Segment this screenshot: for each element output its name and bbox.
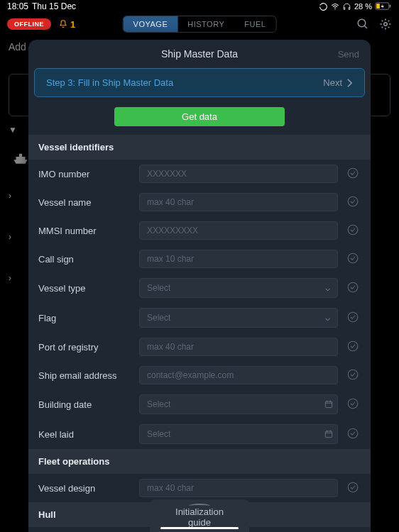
field-callsign: Call sign — [28, 245, 371, 273]
input-email[interactable] — [139, 366, 338, 384]
status-time: 18:05 — [7, 1, 28, 11]
notification-bell[interactable]: 1 — [58, 19, 75, 30]
notif-count: 1 — [70, 19, 75, 30]
svg-point-18 — [348, 482, 358, 492]
next-button[interactable]: Next — [323, 77, 353, 88]
chevron-right-icon — [346, 78, 353, 88]
date-keel-laid[interactable]: Select — [139, 424, 322, 444]
battery-percent: 28 % — [354, 2, 372, 11]
tab-history[interactable]: HISTORY — [177, 16, 234, 32]
svg-point-7 — [348, 196, 358, 206]
label-building-date: Building date — [38, 399, 131, 410]
check-icon — [346, 195, 361, 209]
status-bar: 18:05 Thu 15 Dec 28 % — [0, 0, 399, 13]
check-icon — [346, 223, 361, 238]
label-email: Ship email address — [38, 370, 131, 381]
check-icon — [346, 281, 361, 295]
step-bar[interactable]: Step 3: Fill in Ship Master Data Next — [34, 68, 365, 97]
check-icon — [346, 167, 361, 181]
field-flag: Flag Select⌵ — [28, 303, 371, 333]
sync-icon — [319, 2, 328, 11]
svg-rect-14 — [325, 401, 332, 408]
modal-title: Ship Master Data — [161, 48, 238, 60]
input-callsign[interactable] — [139, 250, 338, 268]
svg-rect-16 — [325, 431, 332, 438]
label-callsign: Call sign — [38, 254, 131, 265]
check-icon — [346, 397, 361, 411]
status-date: Thu 15 Dec — [32, 1, 76, 11]
svg-rect-3 — [390, 4, 391, 7]
svg-point-9 — [348, 253, 358, 263]
label-flag: Flag — [38, 313, 131, 323]
field-vessel-design: Vessel design — [28, 474, 371, 502]
search-icon[interactable] — [356, 18, 369, 31]
calendar-icon[interactable] — [319, 394, 338, 414]
check-icon — [346, 252, 361, 266]
field-keel-laid: Keel laid Select — [28, 419, 371, 449]
label-vessel-type: Vessel type — [38, 283, 131, 294]
field-port-registry: Port of registry — [28, 333, 371, 361]
get-data-button[interactable]: Get data — [114, 107, 285, 126]
wifi-icon — [330, 1, 340, 11]
chevron-down-icon: ⌵ — [325, 283, 330, 293]
home-indicator[interactable] — [160, 527, 239, 529]
field-vessel-name: Vessel name — [28, 188, 371, 216]
main-tabs: VOYAGE HISTORY FUEL — [123, 16, 277, 33]
input-imo[interactable] — [139, 165, 338, 183]
label-mmsi: MMSI number — [38, 226, 131, 236]
svg-point-17 — [348, 428, 358, 438]
label-keel-laid: Keel laid — [38, 429, 131, 440]
gear-icon[interactable] — [379, 18, 392, 31]
label-imo: IMO number — [38, 169, 131, 179]
svg-point-13 — [348, 370, 358, 379]
input-vessel-design[interactable] — [139, 479, 338, 497]
battery-icon — [375, 2, 392, 11]
svg-point-0 — [334, 9, 335, 10]
select-flag[interactable]: Select⌵ — [139, 308, 338, 328]
modal-header: Ship Master Data Send — [28, 40, 371, 68]
svg-rect-2 — [376, 4, 380, 9]
svg-point-15 — [348, 399, 358, 409]
calendar-icon[interactable] — [319, 424, 338, 444]
label-port: Port of registry — [38, 342, 131, 353]
field-mmsi: MMSI number — [28, 216, 371, 245]
offline-badge: OFFLINE — [7, 18, 51, 30]
svg-point-8 — [348, 225, 358, 235]
date-building-date[interactable]: Select — [139, 394, 322, 414]
tab-voyage[interactable]: VOYAGE — [124, 16, 178, 32]
ship-icon — [11, 148, 30, 166]
svg-point-5 — [384, 23, 388, 26]
check-icon — [346, 340, 361, 354]
check-icon — [346, 481, 361, 495]
status-indicators — [319, 1, 351, 11]
label-vessel-name: Vessel name — [38, 197, 131, 208]
headphones-icon — [342, 2, 351, 11]
svg-point-11 — [348, 312, 358, 322]
input-vessel-name[interactable] — [139, 193, 338, 211]
bell-icon — [58, 19, 68, 29]
tab-fuel[interactable]: FUEL — [234, 16, 275, 32]
send-button[interactable]: Send — [338, 49, 359, 60]
svg-point-4 — [358, 19, 366, 27]
svg-point-12 — [348, 341, 358, 351]
input-port[interactable] — [139, 338, 338, 356]
modal-body[interactable]: Vessel identifiers IMO number Vessel nam… — [28, 135, 371, 532]
field-imo-number: IMO number — [28, 160, 371, 188]
step-label: Step 3: Fill in Ship Master Data — [46, 77, 173, 88]
input-mmsi[interactable] — [139, 221, 338, 240]
section-fleet-operations: Fleet operations — [28, 449, 371, 474]
check-icon — [346, 311, 361, 325]
check-icon — [346, 427, 361, 441]
chevron-down-icon: ⌵ — [325, 313, 330, 323]
top-bar: OFFLINE 1 VOYAGE HISTORY FUEL — [0, 13, 399, 35]
section-vessel-identifiers: Vessel identifiers — [28, 135, 371, 160]
field-email: Ship email address — [28, 361, 371, 389]
svg-point-10 — [348, 282, 358, 292]
label-vessel-design: Vessel design — [38, 483, 131, 494]
check-icon — [346, 368, 361, 382]
select-vessel-type[interactable]: Select⌵ — [139, 278, 338, 298]
field-building-date: Building date Select — [28, 389, 371, 419]
ship-master-modal: Ship Master Data Send Step 3: Fill in Sh… — [28, 40, 371, 532]
svg-point-6 — [348, 168, 358, 178]
field-vessel-type: Vessel type Select⌵ — [28, 273, 371, 303]
